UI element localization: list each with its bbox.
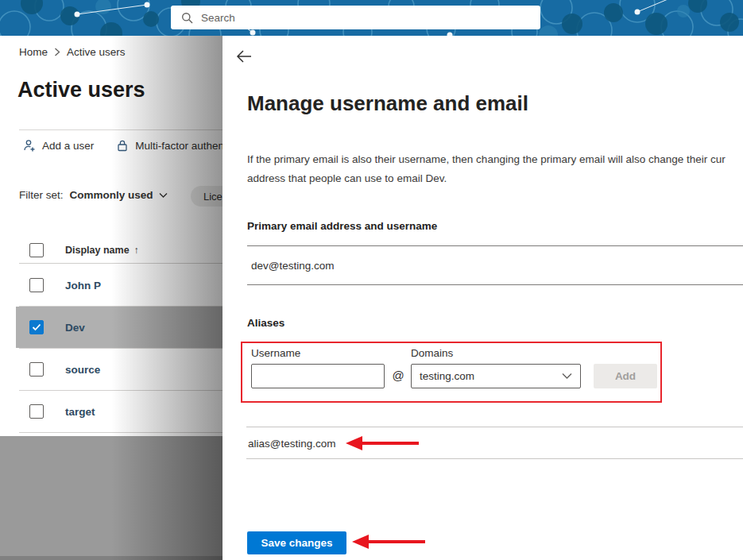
manage-username-panel: Manage username and email If the primary…	[223, 36, 743, 560]
back-arrow-icon	[236, 49, 252, 64]
person-add-icon	[22, 139, 36, 153]
user-display-name[interactable]: John P	[65, 280, 101, 292]
screen: Search Home Active users Active users Ad…	[0, 0, 743, 560]
page-title: Active users	[17, 78, 145, 102]
domains-field-label: Domains	[411, 347, 453, 359]
annotation-arrow-save	[352, 535, 425, 549]
search-box[interactable]: Search	[171, 6, 540, 29]
alias-list-item: alias@testing.com	[246, 427, 743, 459]
panel-title: Manage username and email	[247, 91, 528, 116]
username-field-label: Username	[251, 347, 300, 359]
user-display-name[interactable]: target	[65, 406, 95, 418]
filter-dropdown[interactable]: Commonly used	[70, 189, 168, 201]
domains-dropdown[interactable]: testing.com	[411, 364, 581, 388]
save-changes-button[interactable]: Save changes	[247, 531, 346, 554]
back-button[interactable]	[235, 48, 253, 66]
alias-username-input[interactable]	[251, 364, 385, 388]
arrow-tail	[369, 540, 425, 543]
user-display-name[interactable]: source	[65, 364, 100, 376]
add-user-label: Add a user	[42, 140, 94, 152]
panel-description-line1: If the primary email is also their usern…	[247, 153, 743, 165]
chevron-down-icon	[159, 192, 168, 199]
breadcrumb-home[interactable]: Home	[19, 46, 48, 58]
at-symbol: @	[389, 369, 407, 382]
topbar: Search	[0, 0, 743, 36]
row-checkbox[interactable]	[29, 362, 44, 377]
panel-description-line2: address that people can use to email Dev…	[247, 172, 743, 184]
arrow-head	[352, 535, 369, 549]
lock-icon	[116, 139, 129, 153]
select-all-checkbox[interactable]	[29, 243, 44, 257]
filter-set-label: Filter set:	[19, 189, 64, 201]
row-checkbox-checked[interactable]	[29, 320, 44, 334]
row-checkbox[interactable]	[29, 404, 44, 419]
primary-email-label: Primary email address and username	[247, 220, 437, 232]
add-alias-button[interactable]: Add	[594, 364, 657, 388]
checkmark-icon	[32, 323, 41, 331]
add-user-button[interactable]: Add a user	[22, 139, 94, 153]
sort-ascending-icon: ↑	[134, 245, 139, 256]
row-checkbox[interactable]	[29, 278, 44, 292]
search-icon	[181, 12, 193, 24]
column-header-display-name[interactable]: Display name	[65, 245, 130, 256]
chevron-down-icon	[562, 373, 572, 380]
breadcrumb: Home Active users	[19, 46, 126, 58]
breadcrumb-current[interactable]: Active users	[67, 46, 126, 58]
filter-row: Filter set: Commonly used Licensed users	[19, 189, 168, 201]
primary-email-value: dev@testing.com	[247, 245, 743, 285]
filter-selected-value: Commonly used	[70, 189, 153, 201]
aliases-label: Aliases	[247, 317, 284, 329]
search-placeholder: Search	[201, 12, 235, 24]
domains-selected-value: testing.com	[420, 370, 562, 382]
chevron-right-icon	[54, 48, 60, 56]
user-display-name[interactable]: Dev	[65, 322, 85, 334]
